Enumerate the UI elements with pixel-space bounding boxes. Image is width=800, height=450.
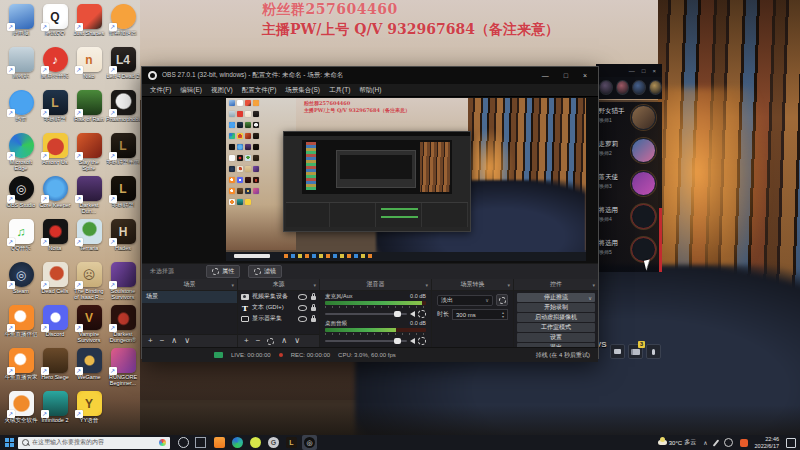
taskbar-search-box[interactable]: 在这里输入你要搜索的内容 [18, 437, 170, 449]
sources-toolbar-button[interactable]: ∨ [294, 337, 300, 345]
desktop-icon-9[interactable]: L↗英雄联盟 [38, 90, 72, 133]
speaker-icon[interactable] [410, 338, 415, 344]
visibility-eye-icon[interactable] [298, 305, 307, 311]
obs-menu-item-2[interactable]: 视图(V) [211, 86, 233, 95]
desktop-icon-16[interactable]: ◎↗OBS Studio [4, 176, 38, 219]
desktop-icon-6[interactable]: n↗Niko [72, 47, 106, 90]
dock-menu-icon[interactable]: ▾ [507, 282, 510, 288]
desktop-icon-19[interactable]: L↗英雄联盟 [106, 176, 140, 219]
scenes-toolbar-button[interactable]: ∧ [171, 337, 177, 345]
taskbar-app-wegame-ball[interactable] [250, 437, 261, 448]
champion-row[interactable]: 狂野女猎手召唤师1 [588, 102, 662, 135]
dock-menu-icon[interactable]: ▾ [231, 282, 234, 288]
desktop-icon-17[interactable]: ↗Core Keeper [38, 176, 72, 219]
start-button[interactable] [0, 438, 18, 447]
desktop-icon-30[interactable]: V↗Vampire Survivors [72, 305, 106, 348]
obs-maximize-button[interactable]: □ [564, 72, 568, 79]
desktop-icon-34[interactable]: ↗WeGame [72, 348, 106, 391]
transition-select[interactable]: 淡出 ∨ [437, 295, 493, 306]
scene-item[interactable]: 场景 [142, 291, 237, 303]
tray-expand-icon[interactable]: ∧ [703, 439, 707, 446]
red-scrollbar[interactable] [659, 208, 662, 272]
desktop-icon-29[interactable]: ↗Discord [38, 305, 72, 348]
desktop-icon-10[interactable]: ↗Risk of Rain [72, 90, 106, 133]
channel-options-icon[interactable] [418, 310, 426, 318]
source-row[interactable]: 视频采集设备 [238, 291, 319, 302]
ban-portrait[interactable] [649, 80, 663, 95]
desktop-icon-15[interactable]: L↗英雄联盟手游 [106, 133, 140, 176]
desktop-icon-8[interactable]: ↗迅雷 [4, 90, 38, 133]
desktop-icon-37[interactable]: ↗Infinitode 2 [38, 391, 72, 434]
pen-tray-icon[interactable] [712, 439, 719, 446]
champion-row[interactable]: 暴走萝莉召唤师2 [588, 135, 662, 168]
transition-gear-button[interactable] [496, 294, 508, 306]
desktop-icon-27[interactable]: ↗Soulstone Survivors [106, 262, 140, 305]
huorong-tray-icon[interactable] [740, 439, 748, 447]
desktop-icon-4[interactable]: ↗回收站 [4, 47, 38, 90]
ban-portrait[interactable] [632, 80, 646, 95]
source-row[interactable]: T文本 (GDI+) [238, 302, 319, 313]
duration-spinbox[interactable]: 300 ms ▴▾ [452, 309, 508, 320]
dock-menu-icon[interactable]: ▾ [425, 282, 428, 288]
desktop-icon-7[interactable]: L4↗Left 4 Dead 2 [106, 47, 140, 90]
desktop-icon-0[interactable]: ↗此电脑 [4, 4, 38, 47]
channel-options-icon[interactable] [418, 337, 426, 345]
taskbar-app-obs[interactable]: ◎ [304, 437, 315, 448]
desktop-icon-24[interactable]: ◎↗Steam [4, 262, 38, 305]
ban-portrait[interactable] [616, 80, 630, 95]
lock-icon[interactable] [311, 318, 316, 322]
lol-maximize-button[interactable]: □ [642, 68, 646, 74]
dock-menu-icon[interactable]: ▾ [592, 282, 595, 288]
obs-menu-item-1[interactable]: 编辑(E) [180, 86, 202, 95]
control-button-4[interactable]: 设置 [517, 333, 595, 342]
visibility-eye-icon[interactable] [298, 294, 307, 300]
settings-tray-icon[interactable] [724, 438, 733, 447]
desktop-icon-38[interactable]: Y↗YY语音 [72, 391, 106, 434]
obs-close-button[interactable]: × [583, 72, 587, 79]
obs-menu-item-6[interactable]: 帮助(H) [359, 86, 381, 95]
desktop-icon-12[interactable]: ↗Microsoft Edge [4, 133, 38, 176]
scenes-toolbar-button[interactable]: ∨ [184, 337, 190, 345]
gear-icon[interactable] [267, 338, 274, 345]
control-button-0[interactable]: 停止推流∨ [517, 293, 595, 302]
chat-bubble-icon[interactable] [610, 344, 625, 359]
controls-dock-header[interactable]: 控件 ▾ [514, 279, 598, 291]
taskbar-clock[interactable]: 22:46 2022/6/17 [755, 436, 779, 450]
obs-menu-item-0[interactable]: 文件(F) [150, 86, 171, 95]
sources-toolbar-button[interactable]: − [256, 337, 261, 345]
control-button-1[interactable]: 开始录制 [517, 303, 595, 312]
desktop-icon-28[interactable]: ↗斗鱼直播伴侣 [4, 305, 38, 348]
volume-slider[interactable] [325, 313, 407, 315]
control-button-5[interactable]: 退出 [517, 343, 595, 347]
obs-titlebar[interactable]: OBS 27.0.1 (32-bit, windows) - 配置文件: 未命名… [142, 67, 598, 84]
taskbar-app-leishen[interactable] [214, 437, 225, 448]
lock-icon[interactable] [311, 307, 316, 311]
champion-row[interactable]: 即将选用召唤师4 [588, 201, 662, 234]
scenes-toolbar-button[interactable]: − [160, 337, 165, 345]
weather-widget[interactable]: 30°C 多云 [658, 438, 696, 447]
desktop-icon-31[interactable]: ↗Darkest Dungeon® [106, 305, 140, 348]
mixer-dock-header[interactable]: 混音器 ▾ [320, 279, 431, 291]
visibility-eye-icon[interactable] [298, 316, 307, 322]
ban-portrait[interactable] [599, 80, 613, 95]
speaker-icon[interactable] [410, 311, 415, 317]
sources-dock-header[interactable]: 来源 ▾ [238, 279, 319, 291]
mic-icon[interactable] [646, 344, 661, 359]
scenes-dock-header[interactable]: 场景 ▾ [142, 279, 237, 291]
scenes-toolbar-button[interactable]: + [148, 337, 153, 345]
task-view-button[interactable] [195, 437, 206, 448]
sources-toolbar-button[interactable]: + [244, 337, 249, 345]
notification-center-icon[interactable] [786, 438, 796, 448]
desktop-icon-23[interactable]: H↗Hades [106, 219, 140, 262]
desktop-icon-33[interactable]: ↗Hero Siege [38, 348, 72, 391]
lol-close-button[interactable]: × [652, 68, 656, 74]
control-button-3[interactable]: 工作室模式 [517, 323, 595, 332]
desktop-icon-3[interactable]: ↗雷神加速器 [106, 4, 140, 47]
desktop-icon-25[interactable]: ↗Dead Cells [38, 262, 72, 305]
desktop-icon-14[interactable]: ↗Slay the Spire [72, 133, 106, 176]
obs-menu-item-3[interactable]: 配置文件(P) [242, 86, 277, 95]
spinner-arrows-icon[interactable]: ▴▾ [502, 311, 504, 319]
rune-book-icon[interactable]: 3 [628, 344, 643, 359]
filters-button[interactable]: 滤镜 [248, 265, 282, 278]
sources-toolbar-button[interactable]: ∧ [281, 337, 287, 345]
